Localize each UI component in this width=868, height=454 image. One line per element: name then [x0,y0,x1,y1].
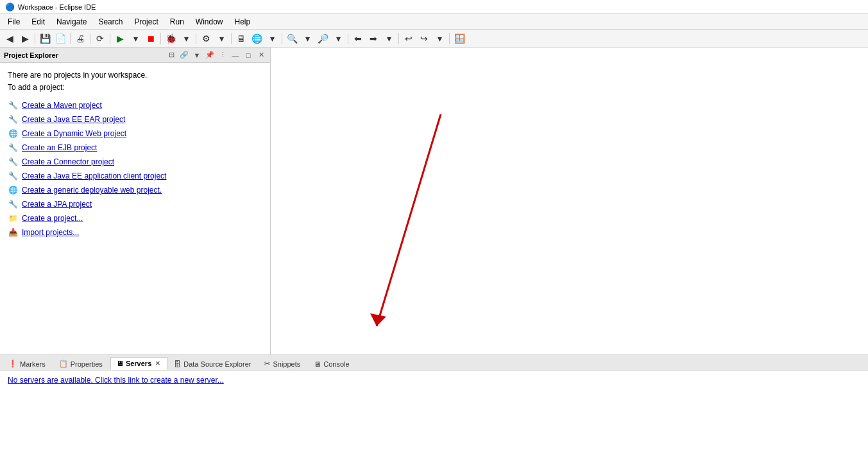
toolbar-nav-dropdown[interactable]: ▾ [382,31,396,46]
maven-icon: 🔧 [8,100,18,110]
toolbar-sep-10 [398,33,399,44]
datasource-icon: 🗄 [174,360,181,368]
window-title: Workspace - Eclipse IDE [18,3,96,11]
generic-web-link[interactable]: Create a generic deployable web project. [22,186,162,195]
toolbar-sep-1 [35,33,35,44]
ejb-link[interactable]: Create an EJB project [22,143,97,152]
import-link[interactable]: Import projects... [22,228,79,237]
toolbar-stop[interactable]: ⏹ [144,31,158,46]
generic-web-icon: 🌐 [8,185,18,195]
toolbar-external-dropdown[interactable]: ▾ [214,31,228,46]
toolbar-save-all[interactable]: 📄 [53,31,67,46]
toolbar-history-dropdown[interactable]: ▾ [432,31,447,46]
create-project-link[interactable]: Create a project... [22,214,83,223]
menu-file[interactable]: File [3,16,25,28]
menu-search[interactable]: Search [93,16,128,28]
toolbar-save[interactable]: 💾 [38,31,52,46]
dynamic-web-icon: 🌐 [8,128,18,139]
bottom-tabs: ❗ Markers 📋 Properties 🖥 Servers ✕ 🗄 Dat… [0,355,868,371]
toolbar-debug[interactable]: 🐞 [164,31,178,46]
jpa-link[interactable]: Create a JPA project [22,200,92,209]
tab-console-label: Console [323,360,349,368]
maven-link[interactable]: Create a Maven project [22,101,102,110]
link-maven[interactable]: 🔧 Create a Maven project [8,100,262,110]
create-project-icon: 📁 [8,213,18,223]
link-ejb[interactable]: 🔧 Create an EJB project [8,143,262,153]
no-projects-line1: There are no projects in your workspace. [8,69,262,82]
toolbar-nav-prev[interactable]: ⬅ [351,31,365,46]
tab-datasource-label: Data Source Explorer [183,360,251,368]
toolbar-search1-dropdown[interactable]: ▾ [300,31,314,46]
pin-btn[interactable]: 📌 [205,50,215,60]
toolbar: ◀ ▶ 💾 📄 🖨 ⟳ ▶ ▾ ⏹ 🐞 ▾ ⚙ ▾ 🖥 🌐 ▾ 🔍 ▾ 🔎 ▾ … [0,30,868,48]
tab-datasource[interactable]: 🗄 Data Source Explorer [168,358,258,370]
app-client-link[interactable]: Create a Java EE application client proj… [22,171,166,180]
ear-link[interactable]: Create a Java EE EAR project [22,115,125,124]
menu-project[interactable]: Project [129,16,163,28]
toolbar-perspective[interactable]: 🪟 [452,31,466,46]
toolbar-run[interactable]: ▶ [113,31,127,46]
servers-close-icon[interactable]: ✕ [155,360,160,367]
link-editor-btn[interactable]: 🔗 [179,50,189,60]
link-import-projects[interactable]: 📥 Import projects... [8,227,262,238]
link-jpa[interactable]: 🔧 Create a JPA project [8,199,262,209]
import-icon: 📥 [8,227,18,238]
filter-btn[interactable]: ▼ [192,50,202,60]
link-ear[interactable]: 🔧 Create a Java EE EAR project [8,114,262,125]
minimize-btn[interactable]: — [230,50,241,60]
tab-snippets[interactable]: ✂ Snippets [259,357,307,370]
toolbar-debug-dropdown[interactable]: ▾ [179,31,193,46]
link-connector[interactable]: 🔧 Create a Connector project [8,157,262,167]
toolbar-server[interactable]: 🖥 [234,31,248,46]
toolbar-sep-9 [348,33,348,44]
toolbar-run-dropdown[interactable]: ▾ [128,31,142,46]
toolbar-sep-2 [70,33,71,44]
toolbar-history-fwd[interactable]: ↪ [417,31,431,46]
link-create-project[interactable]: 📁 Create a project... [8,213,262,223]
toolbar-sep-8 [282,33,282,44]
toolbar-web-dropdown[interactable]: ▾ [265,31,279,46]
tab-console[interactable]: 🖥 Console [308,358,356,370]
menu-run[interactable]: Run [165,16,189,28]
toolbar-history-back[interactable]: ↩ [402,31,416,46]
dynamic-web-link[interactable]: Create a Dynamic Web project [22,129,126,138]
tab-markers[interactable]: ❗ Markers [3,357,53,370]
toolbar-search1[interactable]: 🔍 [285,31,299,46]
tab-properties[interactable]: 📋 Properties [53,357,110,370]
toolbar-print[interactable]: 🖨 [73,31,87,46]
close-btn[interactable]: ✕ [256,50,266,60]
no-projects-text: There are no projects in your workspace.… [8,69,262,94]
create-server-link[interactable]: No servers are available. Click this lin… [8,376,224,385]
toolbar-refresh[interactable]: ⟳ [93,31,107,46]
menu-navigate[interactable]: Navigate [51,16,92,28]
snippets-icon: ✂ [264,360,270,368]
toolbar-back[interactable]: ◀ [3,31,17,46]
toolbar-search2-dropdown[interactable]: ▾ [331,31,345,46]
properties-icon: 📋 [59,360,68,368]
tab-servers[interactable]: 🖥 Servers ✕ [110,357,167,370]
toolbar-sep-7 [231,33,232,44]
menu-edit[interactable]: Edit [26,16,50,28]
ejb-icon: 🔧 [8,143,18,153]
tab-markers-label: Markers [20,360,46,368]
collapse-all-btn[interactable]: ⊟ [166,50,176,60]
menu-window[interactable]: Window [191,16,228,28]
jpa-icon: 🔧 [8,199,18,209]
context-menu-btn[interactable]: ⋮ [217,50,228,60]
toolbar-sep-3 [90,33,90,44]
link-dynamic-web[interactable]: 🌐 Create a Dynamic Web project [8,128,262,139]
toolbar-nav-next[interactable]: ➡ [366,31,380,46]
menu-help[interactable]: Help [230,16,256,28]
toolbar-sep-5 [160,33,161,44]
menu-bar: File Edit Navigate Search Project Run Wi… [0,14,868,30]
toolbar-search2[interactable]: 🔎 [316,31,330,46]
link-app-client[interactable]: 🔧 Create a Java EE application client pr… [8,171,262,181]
toolbar-forward[interactable]: ▶ [18,31,32,46]
toolbar-sep-6 [196,33,196,44]
toolbar-external-tools[interactable]: ⚙ [199,31,213,46]
link-generic-web[interactable]: 🌐 Create a generic deployable web projec… [8,185,262,195]
maximize-btn[interactable]: □ [243,50,253,60]
connector-link[interactable]: Create a Connector project [22,157,114,166]
tab-snippets-label: Snippets [273,360,300,368]
toolbar-web[interactable]: 🌐 [250,31,264,46]
